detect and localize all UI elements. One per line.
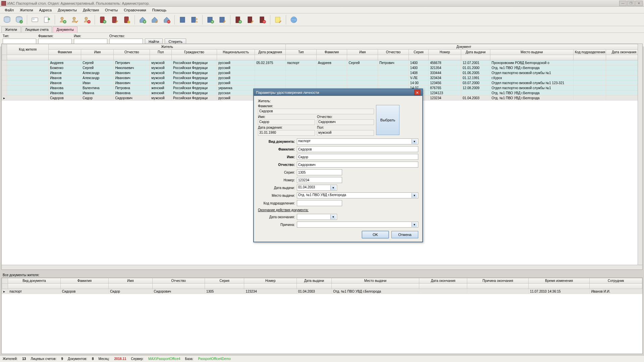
- grid-cell[interactable]: Сидоров: [60, 289, 108, 294]
- grid-cell[interactable]: Иванов: [49, 75, 81, 80]
- tab-documents[interactable]: Документы: [53, 26, 77, 33]
- menu-actions[interactable]: Действия: [80, 7, 102, 13]
- vertical-scrollbar[interactable]: [638, 44, 642, 265]
- grid-cell[interactable]: Александр: [81, 70, 114, 75]
- person-edit-icon[interactable]: [70, 15, 80, 25]
- grid-cell[interactable]: русский: [217, 80, 255, 85]
- grid-cell[interactable]: [285, 70, 316, 75]
- grid-cell[interactable]: [316, 75, 347, 80]
- grid-cell[interactable]: Петровна: [114, 85, 150, 90]
- book2-edit-icon[interactable]: [245, 15, 255, 25]
- grid-cell[interactable]: Иванна: [81, 90, 114, 96]
- grid-cell[interactable]: Сергей: [81, 60, 114, 65]
- issue-date-picker[interactable]: 01.04.2003▼: [297, 185, 337, 191]
- grid-cell[interactable]: паспорт: [8, 289, 60, 294]
- issue-place-combo[interactable]: Отд. №1 ПВО УВД г.Белгорода▼: [297, 192, 418, 198]
- grid-cell[interactable]: [255, 65, 286, 70]
- grid-cell[interactable]: русский: [217, 65, 255, 70]
- col-header[interactable]: Дата рождения: [255, 50, 286, 55]
- grid-cell[interactable]: Иван: [81, 80, 114, 85]
- grid-cell[interactable]: [347, 70, 378, 75]
- grid-cell[interactable]: 1408: [409, 70, 428, 75]
- col-header[interactable]: Гражданство: [172, 50, 217, 55]
- grid-cell[interactable]: [606, 75, 642, 80]
- col-header[interactable]: Причина окончания: [467, 278, 529, 284]
- col-header[interactable]: Время изменения: [528, 278, 590, 284]
- chevron-down-icon[interactable]: ▼: [330, 215, 336, 219]
- grid-cell[interactable]: Андреев: [316, 60, 347, 65]
- grid-cell[interactable]: украинка: [217, 85, 255, 90]
- tab-residents[interactable]: Жители: [1, 26, 21, 33]
- col-header[interactable]: Отчество: [378, 50, 409, 55]
- dept-code-input[interactable]: [297, 200, 342, 206]
- chevron-down-icon[interactable]: ▼: [412, 139, 417, 144]
- minimize-button[interactable]: —: [619, 1, 627, 6]
- grid-cell[interactable]: Российская Федераци: [172, 70, 217, 75]
- grid-cell[interactable]: мужской: [150, 80, 172, 85]
- bottom-grid[interactable]: Вид документаФамилияИмяОтчествоСерияНоме…: [1, 278, 643, 354]
- grid-cell[interactable]: 01.04.2003: [297, 289, 331, 294]
- passport-edit-icon[interactable]: [110, 15, 120, 25]
- grid-cell[interactable]: 01.04.2003: [461, 96, 490, 101]
- grid-cell[interactable]: Иванович: [114, 80, 150, 85]
- col-header[interactable]: Код подразделения: [573, 50, 606, 55]
- grid-cell[interactable]: Иванович: [114, 75, 150, 80]
- db-refresh-icon[interactable]: [14, 15, 24, 25]
- grid-cell[interactable]: г.Курск: [490, 75, 573, 80]
- grid-cell[interactable]: [573, 60, 606, 65]
- note-edit-icon[interactable]: [273, 15, 283, 25]
- end-date-picker[interactable]: ▼: [297, 214, 337, 220]
- grid-cell[interactable]: мужской: [150, 70, 172, 75]
- person-add-icon[interactable]: [58, 15, 68, 25]
- col-header[interactable]: Серия: [205, 278, 244, 284]
- house-remove-icon[interactable]: [162, 15, 172, 25]
- grid-cell[interactable]: русский: [217, 75, 255, 80]
- menu-file[interactable]: Файл: [2, 7, 16, 13]
- grid-cell[interactable]: 01.12.1991: [461, 75, 490, 80]
- grid-cell[interactable]: Российская Федераци: [172, 90, 217, 96]
- col-header[interactable]: Сотрудник: [590, 278, 642, 284]
- grid-cell[interactable]: Российская Федераци: [172, 75, 217, 80]
- grid-cell[interactable]: [573, 96, 606, 101]
- db-icon[interactable]: [2, 15, 12, 25]
- col-header[interactable]: Серия: [409, 50, 428, 55]
- tab-accounts[interactable]: Лицевые счета: [21, 26, 52, 33]
- grid-cell[interactable]: [573, 70, 606, 75]
- grid-cell[interactable]: Отдел паспортно визовой службы №1: [490, 85, 573, 90]
- grid-cell[interactable]: [255, 70, 286, 75]
- col-header[interactable]: Место выдачи: [490, 50, 573, 55]
- name-input[interactable]: [297, 154, 418, 160]
- grid-cell[interactable]: Сидор: [81, 96, 114, 101]
- grid-cell[interactable]: 1234123: [429, 90, 461, 96]
- person-remove-icon[interactable]: [82, 15, 92, 25]
- grid-cell[interactable]: [285, 75, 316, 80]
- grid-cell[interactable]: Александр: [81, 75, 114, 80]
- dialog-titlebar[interactable]: Параметры удостоверения личности ✕: [254, 89, 422, 96]
- col-header[interactable]: Место выдачи: [332, 278, 419, 284]
- grid-cell[interactable]: мужской: [150, 96, 172, 101]
- grid-cell[interactable]: женский: [150, 90, 172, 96]
- col-code[interactable]: Код жителя: [7, 44, 49, 55]
- grid-cell[interactable]: паспорт: [285, 60, 316, 65]
- close-button[interactable]: ✕: [635, 1, 643, 6]
- grid-cell[interactable]: [573, 85, 606, 90]
- grid-cell[interactable]: 323434: [429, 75, 461, 80]
- grid-cell[interactable]: [316, 70, 347, 75]
- grid-cell[interactable]: [573, 80, 606, 85]
- grid-cell[interactable]: 1305: [205, 289, 244, 294]
- col-header[interactable]: Отчество: [114, 50, 150, 55]
- grid-cell[interactable]: [7, 70, 49, 75]
- horizontal-scrollbar[interactable]: [2, 265, 642, 269]
- grid-cell[interactable]: Сидорович: [152, 289, 205, 294]
- col-header[interactable]: Имя: [81, 50, 114, 55]
- grid-cell[interactable]: 05.02.1975: [255, 60, 286, 65]
- grid-cell[interactable]: русский: [217, 96, 255, 101]
- chevron-down-icon[interactable]: ▼: [412, 193, 417, 198]
- grid-cell[interactable]: [573, 75, 606, 80]
- card-icon[interactable]: [30, 15, 40, 25]
- grid-cell[interactable]: Иванова: [49, 85, 81, 90]
- grid-cell[interactable]: русский: [217, 70, 255, 75]
- grid-cell[interactable]: Российская Федераци: [172, 96, 217, 101]
- grid-cell[interactable]: 01.01.2000: [461, 65, 490, 70]
- globe-icon[interactable]: [289, 15, 299, 25]
